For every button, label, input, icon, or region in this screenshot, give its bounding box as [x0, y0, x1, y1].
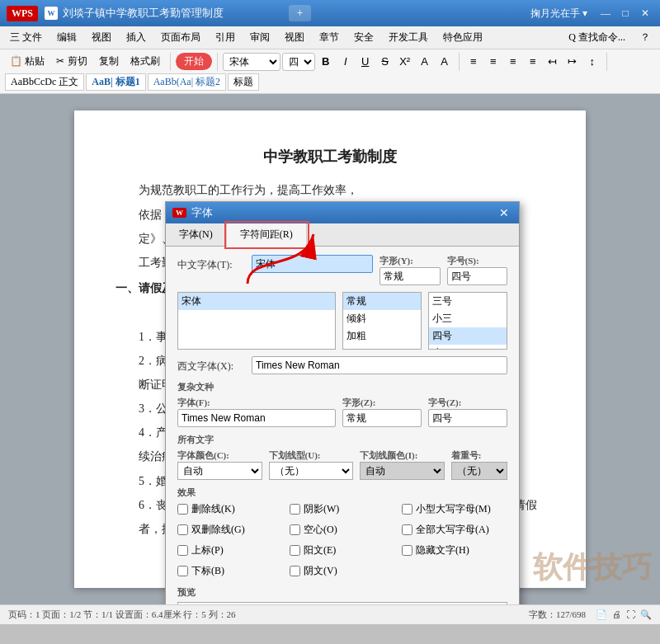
- effect-emboss-cb[interactable]: [290, 566, 300, 576]
- start-tab-btn[interactable]: 开始: [176, 53, 212, 70]
- font-size-select[interactable]: 四号: [282, 53, 315, 71]
- emphasis-select[interactable]: （无）: [451, 462, 507, 480]
- effect-double-strikethrough-cb[interactable]: [177, 524, 188, 535]
- linespace-btn[interactable]: ↕: [583, 53, 601, 71]
- style-listbox[interactable]: 常规 倾斜 加粗: [342, 292, 422, 350]
- size-item-3[interactable]: 三号: [429, 293, 507, 310]
- italic-btn[interactable]: I: [337, 53, 355, 71]
- menu-special[interactable]: 特色应用: [436, 28, 489, 47]
- style-title[interactable]: 标题: [228, 73, 259, 91]
- west-font-input[interactable]: [252, 356, 507, 374]
- menu-view2[interactable]: 视图: [278, 28, 311, 47]
- effect-subscript-cb[interactable]: [177, 566, 188, 576]
- menu-file[interactable]: 三 文件: [3, 28, 49, 47]
- size-item-xs4[interactable]: 小四: [429, 345, 507, 350]
- effect-hollow-cb[interactable]: [290, 524, 300, 535]
- dialog-close-btn[interactable]: ✕: [496, 206, 512, 220]
- view-icons[interactable]: 📄 🖨 ⛶ 🔍: [596, 609, 652, 620]
- effect-hidden[interactable]: 隐藏文字(H): [402, 543, 507, 557]
- effect-engrave[interactable]: 阳文(E): [290, 543, 395, 557]
- style-item-bold[interactable]: 加粗: [343, 327, 421, 345]
- font-list-item-songti[interactable]: 宋体: [178, 293, 335, 310]
- menu-layout[interactable]: 页面布局: [154, 28, 207, 47]
- menu-help[interactable]: ？: [634, 28, 657, 47]
- style-z-input[interactable]: [342, 409, 422, 427]
- minimize-btn[interactable]: —: [597, 5, 614, 21]
- menu-review[interactable]: 审阅: [243, 28, 276, 47]
- effect-subscript[interactable]: 下标(B): [177, 564, 283, 578]
- doc-para-1: 为规范教职工的工作行为，提高工作效率，: [116, 180, 544, 200]
- cut-btn[interactable]: ✂ 剪切: [51, 52, 92, 71]
- indent-dec-btn[interactable]: ↤: [544, 53, 562, 71]
- subscript-btn[interactable]: X²: [396, 53, 414, 71]
- maximize-btn[interactable]: □: [617, 5, 634, 21]
- complex-font-input[interactable]: [177, 409, 336, 427]
- effect-strikethrough[interactable]: 删除线(K): [177, 502, 283, 516]
- effect-superscript-cb[interactable]: [177, 545, 188, 556]
- bold-btn[interactable]: B: [317, 53, 335, 71]
- menu-references[interactable]: 引用: [209, 28, 242, 47]
- align-left-btn[interactable]: ≡: [464, 53, 483, 71]
- print-preview-icon[interactable]: 🖨: [612, 609, 621, 620]
- effect-hidden-cb[interactable]: [402, 545, 412, 556]
- chinese-font-listbox[interactable]: 宋体: [177, 292, 336, 350]
- align-center-btn[interactable]: ≡: [484, 53, 502, 71]
- effect-emboss[interactable]: 阴文(V): [290, 564, 395, 578]
- fontcolor-btn[interactable]: A: [416, 53, 434, 71]
- highlight-btn[interactable]: A: [436, 53, 454, 71]
- size-listbox[interactable]: 三号 小三 四号 小四: [428, 292, 507, 350]
- menu-chapter[interactable]: 章节: [313, 28, 346, 47]
- size-item-xs3[interactable]: 小三: [429, 310, 507, 327]
- menu-search[interactable]: Q 查找命令...: [562, 28, 632, 47]
- align-right-btn[interactable]: ≡: [504, 53, 522, 71]
- style-h2[interactable]: AaBb(Aa| 标题2: [148, 73, 226, 91]
- dialog-tab-spacing[interactable]: 字符间距(R): [227, 223, 307, 247]
- underline-btn[interactable]: U: [356, 53, 375, 71]
- size-item-4[interactable]: 四号: [429, 327, 507, 345]
- close-btn[interactable]: ✕: [637, 5, 653, 21]
- effect-shadow-cb[interactable]: [290, 504, 300, 515]
- copy-btn[interactable]: 复制: [94, 52, 124, 71]
- underline-color-select[interactable]: 自动: [360, 462, 445, 480]
- effect-double-strikethrough[interactable]: 双删除线(G): [177, 523, 283, 537]
- user-info[interactable]: 掬月光在手 ▾: [530, 7, 587, 21]
- menu-insert[interactable]: 插入: [120, 28, 153, 47]
- style-normal[interactable]: AaBbCcDc 正文: [5, 73, 84, 91]
- menu-security[interactable]: 安全: [347, 28, 380, 47]
- effect-hollow[interactable]: 空心(O): [290, 523, 395, 537]
- justify-btn[interactable]: ≡: [524, 53, 542, 71]
- font-color-select[interactable]: 自动: [177, 462, 262, 480]
- effect-all-caps-cb[interactable]: [402, 524, 412, 535]
- effect-small-caps[interactable]: 小型大写字母(M): [402, 502, 507, 516]
- doc-view-icon[interactable]: 📄: [596, 609, 607, 620]
- menu-view[interactable]: 视图: [85, 28, 118, 47]
- size-input[interactable]: [447, 267, 508, 285]
- effect-engrave-cb[interactable]: [290, 545, 300, 556]
- effect-superscript[interactable]: 上标(P): [177, 543, 283, 557]
- effect-small-caps-cb[interactable]: [402, 504, 412, 515]
- indent-inc-btn[interactable]: ↦: [563, 53, 582, 71]
- paste-btn[interactable]: 📋 粘贴: [5, 52, 50, 71]
- style-item-italic[interactable]: 倾斜: [343, 310, 421, 327]
- style-item-normal[interactable]: 常规: [343, 293, 421, 310]
- effect-strikethrough-cb[interactable]: [177, 504, 188, 515]
- effect-strikethrough-label: 删除线(K): [191, 502, 235, 516]
- dialog-tab-font[interactable]: 字体(N): [166, 223, 227, 246]
- style-h1[interactable]: AaB| 标题1: [86, 73, 145, 91]
- font-family-select[interactable]: 宋体: [223, 53, 280, 71]
- effect-all-caps[interactable]: 全部大写字母(A): [402, 523, 507, 537]
- format-painter-btn[interactable]: 格式刷: [125, 52, 165, 71]
- style-input[interactable]: [380, 267, 441, 285]
- effect-shadow[interactable]: 阴影(W): [290, 502, 395, 516]
- underline-label: 下划线型(U):: [269, 450, 321, 460]
- underline-select[interactable]: （无）: [269, 462, 354, 480]
- chinese-font-input[interactable]: [252, 255, 373, 273]
- size-z-input[interactable]: [428, 409, 507, 427]
- strikethrough-btn[interactable]: S: [376, 53, 394, 71]
- menu-edit[interactable]: 编辑: [50, 28, 83, 47]
- font-dialog[interactable]: W 字体 ✕ 字体(N) 字符间距(R) 中文字体(T):: [165, 201, 520, 604]
- new-tab-btn[interactable]: +: [289, 5, 312, 21]
- fullscreen-icon[interactable]: ⛶: [626, 609, 635, 620]
- menu-dev[interactable]: 开发工具: [382, 28, 435, 47]
- zoom-icon[interactable]: 🔍: [640, 609, 652, 620]
